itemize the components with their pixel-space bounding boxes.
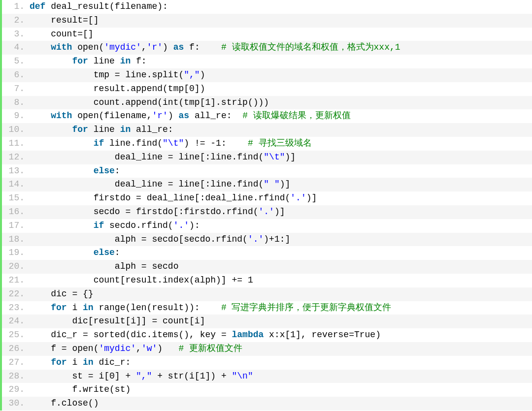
code-text: deal_line = line[:line.find( — [115, 152, 264, 162]
code-content: firstdo = deal_line[:deal_line.rfind('.'… — [30, 191, 532, 205]
code-content: with open('mydic','r') as f: # 读取权值文件的域名… — [30, 41, 532, 55]
code-text: line — [88, 56, 120, 66]
line-number: 17. — [2, 219, 30, 233]
code-content: alph = secdo — [30, 260, 532, 274]
string-literal: 'r' — [147, 42, 163, 52]
code-line: 26. f = open('mydic','w') # 更新权值文件 — [2, 342, 532, 356]
code-content: f.close() — [30, 397, 532, 411]
keyword: in — [83, 303, 94, 313]
code-content: deal_line = line[:line.find("\t")] — [30, 151, 532, 164]
keyword: in — [83, 357, 94, 367]
code-content: def deal_result(filename): — [30, 0, 532, 14]
line-number: 15. — [2, 191, 30, 205]
code-text: i — [67, 303, 83, 313]
code-text: alph = secdo — [115, 261, 179, 271]
string-literal: "\t" — [163, 138, 184, 148]
code-line: 8. count.append(int(tmp[1].strip())) — [2, 96, 532, 110]
code-line: 17. if secdo.rfind('.'): — [2, 219, 532, 233]
code-text: dic[result[i]] = count[i] — [72, 316, 205, 326]
line-number: 22. — [2, 287, 30, 301]
comment: # 读取爆破结果，更新权值 — [242, 111, 351, 121]
line-number: 30. — [2, 397, 30, 411]
line-number: 6. — [2, 68, 30, 82]
line-number: 23. — [2, 301, 30, 315]
code-content: count=[] — [30, 28, 532, 41]
code-line: 3. count=[] — [2, 28, 532, 41]
code-line: 23. for i in range(len(result)): # 写进字典并… — [2, 301, 532, 315]
code-content: result=[] — [30, 14, 532, 28]
code-text: result=[] — [51, 15, 99, 25]
code-text: firstdo = deal_line[:deal_line.rfind( — [94, 193, 291, 203]
line-number: 1. — [2, 0, 30, 14]
code-line: 9. with open(filename,'r') as all_re: # … — [2, 109, 532, 123]
string-literal: "\n" — [232, 371, 253, 381]
code-line: 2. result=[] — [2, 14, 532, 28]
line-number: 27. — [2, 356, 30, 370]
keyword: if — [94, 138, 104, 148]
code-text: )] — [280, 179, 291, 189]
keyword: in — [120, 125, 131, 134]
code-content: for line in f: — [30, 55, 532, 68]
code-content: if line.find("\t") != -1: # 寻找三级域名 — [30, 137, 532, 151]
keyword: for — [72, 125, 88, 134]
keyword: for — [51, 303, 66, 313]
code-text: ) — [200, 70, 205, 80]
code-line: 24. dic[result[i]] = count[i] — [2, 315, 532, 328]
code-text: count=[] — [51, 29, 93, 39]
string-literal: " " — [264, 179, 279, 189]
code-content: st = i[0] + "," + str(i[1]) + "\n" — [30, 370, 532, 383]
keyword: else — [94, 166, 115, 176]
keyword: for — [51, 357, 66, 367]
code-text: secdo = firstdo[:firstdo.rfind( — [94, 207, 259, 217]
string-literal: "," — [136, 371, 152, 381]
code-line: 10. for line in all_re: — [2, 123, 532, 137]
code-text: , — [136, 344, 141, 353]
code-line: 21. count[result.index(alph)] += 1 — [2, 274, 532, 287]
code-line: 28. st = i[0] + "," + str(i[1]) + "\n" — [2, 370, 532, 383]
code-text: count.append(int(tmp[1].strip())) — [94, 97, 269, 107]
string-literal: '.' — [258, 207, 274, 217]
code-text: secdo.rfind( — [104, 221, 173, 230]
code-line: 27. for i in dic_r: — [2, 356, 532, 370]
code-line: 22. dic = {} — [2, 287, 532, 301]
code-content: dic[result[i]] = count[i] — [30, 315, 532, 328]
code-text: line.find( — [104, 138, 163, 148]
code-text: x:x[1], reverse=True) — [264, 330, 381, 340]
code-text: i — [67, 357, 83, 367]
line-number: 28. — [2, 370, 30, 383]
line-number: 14. — [2, 178, 30, 191]
line-number: 29. — [2, 383, 30, 397]
code-line: 1.def deal_result(filename): — [2, 0, 532, 14]
code-line: 5. for line in f: — [2, 55, 532, 68]
code-content: secdo = firstdo[:firstdo.rfind('.')] — [30, 205, 532, 219]
code-text: )+1:] — [264, 234, 290, 244]
code-text: f.close() — [51, 398, 99, 408]
keyword: in — [120, 56, 131, 66]
code-text: )] — [274, 207, 285, 217]
code-text: : — [115, 166, 120, 176]
string-literal: 'mydic' — [104, 42, 141, 52]
code-text: )] — [306, 193, 317, 203]
line-number: 11. — [2, 137, 30, 151]
code-text: ) != -1: — [184, 138, 248, 148]
string-literal: '.' — [248, 234, 264, 244]
code-text: )] — [285, 152, 296, 162]
code-text: open(filename, — [72, 111, 152, 121]
code-text: dic_r = sorted(dic.items(), key = — [51, 330, 232, 340]
code-text: dic = {} — [51, 289, 93, 299]
code-content: tmp = line.split(",") — [30, 68, 532, 82]
code-text: range(len(result)): — [94, 303, 221, 313]
code-content: dic_r = sorted(dic.items(), key = lambda… — [30, 328, 532, 342]
code-content: for line in all_re: — [30, 123, 532, 137]
keyword: with — [51, 111, 72, 121]
code-text: line — [88, 125, 120, 134]
code-line: 4. with open('mydic','r') as f: # 读取权值文件… — [2, 41, 532, 55]
keyword: with — [51, 42, 72, 52]
line-number: 3. — [2, 28, 30, 41]
code-text: open( — [72, 42, 104, 52]
code-line: 11. if line.find("\t") != -1: # 寻找三级域名 — [2, 137, 532, 151]
code-line: 18. alph = secdo[secdo.rfind('.')+1:] — [2, 233, 532, 247]
code-block: 1.def deal_result(filename):2. result=[]… — [0, 0, 532, 411]
line-number: 8. — [2, 96, 30, 110]
string-literal: 'r' — [152, 111, 167, 121]
